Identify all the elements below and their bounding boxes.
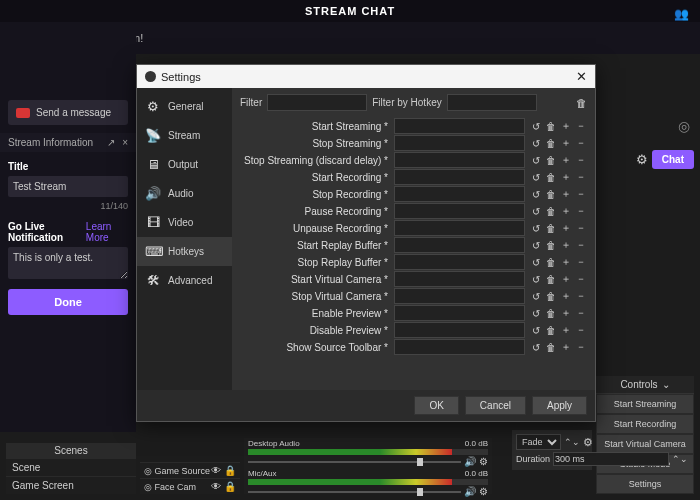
source-item[interactable]: ◎ Game Source👁 🔒: [140, 462, 240, 478]
delete-icon[interactable]: 🗑: [544, 238, 557, 252]
add-icon[interactable]: ＋: [559, 153, 572, 167]
undo-icon[interactable]: ↺: [529, 323, 542, 337]
add-icon[interactable]: ＋: [559, 119, 572, 133]
close-icon[interactable]: ✕: [576, 69, 587, 84]
add-icon[interactable]: ＋: [559, 306, 572, 320]
hotkey-input[interactable]: [394, 203, 525, 219]
chat-button[interactable]: Chat: [652, 150, 694, 169]
remove-icon[interactable]: －: [574, 323, 587, 337]
undo-icon[interactable]: ↺: [529, 153, 542, 167]
hotkey-input[interactable]: [394, 305, 525, 321]
settings-tab-advanced[interactable]: 🛠Advanced: [137, 266, 232, 295]
hotkey-input[interactable]: [394, 288, 525, 304]
scene-item[interactable]: Scene: [6, 458, 136, 476]
undo-icon[interactable]: ↺: [529, 204, 542, 218]
gear-icon[interactable]: ⚙: [479, 456, 488, 467]
delete-icon[interactable]: 🗑: [544, 221, 557, 235]
undo-icon[interactable]: ↺: [529, 289, 542, 303]
hotkey-input[interactable]: [394, 186, 525, 202]
delete-icon[interactable]: 🗑: [544, 255, 557, 269]
settings-tab-hotkeys[interactable]: ⌨Hotkeys: [137, 237, 232, 266]
remove-icon[interactable]: －: [574, 340, 587, 354]
delete-icon[interactable]: 🗑: [544, 119, 557, 133]
add-icon[interactable]: ＋: [559, 289, 572, 303]
hotkey-input[interactable]: [394, 322, 525, 338]
delete-icon[interactable]: 🗑: [544, 272, 557, 286]
gear-icon[interactable]: ⚙: [479, 486, 488, 497]
transition-select[interactable]: Fade: [516, 434, 561, 450]
undo-icon[interactable]: ↺: [529, 340, 542, 354]
learn-more-link[interactable]: Learn More: [86, 221, 128, 243]
remove-icon[interactable]: －: [574, 204, 587, 218]
add-icon[interactable]: ＋: [559, 221, 572, 235]
undo-icon[interactable]: ↺: [529, 255, 542, 269]
settings-tab-output[interactable]: 🖥Output: [137, 150, 232, 179]
filter-input[interactable]: [267, 94, 367, 111]
add-icon[interactable]: ＋: [559, 255, 572, 269]
delete-icon[interactable]: 🗑: [544, 153, 557, 167]
speaker-icon[interactable]: 🔊: [464, 456, 476, 467]
chevron-down-icon[interactable]: ⌄: [662, 379, 670, 390]
remove-icon[interactable]: －: [574, 136, 587, 150]
apply-button[interactable]: Apply: [532, 396, 587, 415]
remove-icon[interactable]: －: [574, 255, 587, 269]
settings-tab-general[interactable]: ⚙General: [137, 92, 232, 121]
cancel-button[interactable]: Cancel: [465, 396, 526, 415]
undo-icon[interactable]: ↺: [529, 119, 542, 133]
add-icon[interactable]: ＋: [559, 340, 572, 354]
delete-icon[interactable]: 🗑: [544, 340, 557, 354]
settings-tab-audio[interactable]: 🔊Audio: [137, 179, 232, 208]
undo-icon[interactable]: ↺: [529, 187, 542, 201]
add-icon[interactable]: ＋: [559, 238, 572, 252]
hotkey-input[interactable]: [394, 271, 525, 287]
control-button[interactable]: Start Streaming: [596, 394, 694, 414]
eye-icon[interactable]: 👁 🔒: [211, 465, 236, 476]
title-input[interactable]: [8, 176, 128, 197]
remove-icon[interactable]: －: [574, 221, 587, 235]
close-icon[interactable]: ×: [122, 137, 128, 148]
delete-icon[interactable]: 🗑: [544, 289, 557, 303]
control-button[interactable]: Settings: [596, 474, 694, 494]
remove-icon[interactable]: －: [574, 187, 587, 201]
gear-icon[interactable]: ⚙: [583, 436, 593, 449]
undo-icon[interactable]: ↺: [529, 272, 542, 286]
delete-icon[interactable]: 🗑: [544, 136, 557, 150]
add-icon[interactable]: ＋: [559, 187, 572, 201]
speaker-icon[interactable]: 🔊: [464, 486, 476, 497]
add-icon[interactable]: ＋: [559, 323, 572, 337]
control-button[interactable]: Start Recording: [596, 414, 694, 434]
visibility-icon[interactable]: ◎: [678, 118, 690, 134]
hotkey-input[interactable]: [394, 220, 525, 236]
popout-icon[interactable]: ↗: [107, 137, 115, 148]
scene-item[interactable]: Game Screen: [6, 476, 136, 494]
remove-icon[interactable]: －: [574, 170, 587, 184]
undo-icon[interactable]: ↺: [529, 306, 542, 320]
settings-tab-stream[interactable]: 📡Stream: [137, 121, 232, 150]
add-icon[interactable]: ＋: [559, 204, 572, 218]
delete-icon[interactable]: 🗑: [544, 170, 557, 184]
hotkey-input[interactable]: [394, 118, 525, 134]
hotkey-input[interactable]: [394, 169, 525, 185]
delete-icon[interactable]: 🗑: [544, 306, 557, 320]
source-item[interactable]: ◎ Face Cam👁 🔒: [140, 478, 240, 494]
undo-icon[interactable]: ↺: [529, 170, 542, 184]
delete-icon[interactable]: 🗑: [544, 187, 557, 201]
hotkey-input[interactable]: [394, 135, 525, 151]
delete-icon[interactable]: 🗑: [544, 323, 557, 337]
hotkey-input[interactable]: [394, 339, 525, 355]
delete-icon[interactable]: 🗑: [544, 204, 557, 218]
undo-icon[interactable]: ↺: [529, 238, 542, 252]
hotkey-input[interactable]: [394, 152, 525, 168]
duration-input[interactable]: [553, 452, 669, 466]
remove-icon[interactable]: －: [574, 119, 587, 133]
trash-icon[interactable]: 🗑: [576, 97, 587, 109]
filter-hotkey-input[interactable]: [447, 94, 537, 111]
settings-tab-video[interactable]: 🎞Video: [137, 208, 232, 237]
remove-icon[interactable]: －: [574, 238, 587, 252]
control-button[interactable]: Start Virtual Camera: [596, 434, 694, 454]
add-icon[interactable]: ＋: [559, 170, 572, 184]
add-icon[interactable]: ＋: [559, 272, 572, 286]
eye-icon[interactable]: 👁 🔒: [211, 481, 236, 492]
remove-icon[interactable]: －: [574, 306, 587, 320]
done-button[interactable]: Done: [8, 289, 128, 315]
